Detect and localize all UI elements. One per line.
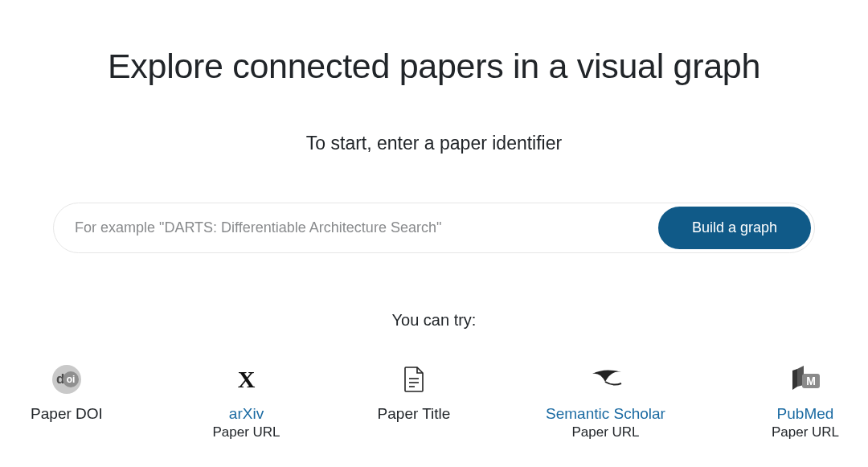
search-bar: Build a graph xyxy=(53,203,815,253)
option-semantic-scholar[interactable]: Semantic Scholar Paper URL xyxy=(534,363,678,441)
try-label: You can try: xyxy=(392,311,477,330)
page-title: Explore connected papers in a visual gra… xyxy=(108,47,760,86)
doi-icon: oi xyxy=(52,363,81,395)
arxiv-icon: X xyxy=(238,363,256,395)
option-pubmed[interactable]: M PubMed Paper URL xyxy=(749,363,862,441)
build-graph-button[interactable]: Build a graph xyxy=(658,207,811,249)
option-title: Semantic Scholar xyxy=(546,405,665,424)
landing-container: Explore connected papers in a visual gra… xyxy=(0,0,868,441)
page-subtitle: To start, enter a paper identifier xyxy=(306,133,562,154)
paper-search-input[interactable] xyxy=(54,207,658,249)
document-icon xyxy=(403,363,424,395)
option-title: PubMed xyxy=(777,405,834,424)
option-subtitle: Paper URL xyxy=(571,424,639,441)
identifier-options: oi Paper DOI X arXiv Paper URL xyxy=(0,363,868,441)
option-title: Paper DOI xyxy=(31,405,103,424)
semantic-scholar-icon xyxy=(589,363,623,395)
option-title: Paper Title xyxy=(378,405,451,424)
option-title: arXiv xyxy=(229,405,264,424)
option-subtitle: Paper URL xyxy=(772,424,839,441)
svg-text:M: M xyxy=(806,375,816,387)
option-subtitle: Paper URL xyxy=(212,424,280,441)
option-doi[interactable]: oi Paper DOI xyxy=(6,363,127,424)
pubmed-icon: M xyxy=(789,363,821,395)
option-arxiv[interactable]: X arXiv Paper URL xyxy=(199,363,295,441)
option-paper-title[interactable]: Paper Title xyxy=(366,363,462,424)
